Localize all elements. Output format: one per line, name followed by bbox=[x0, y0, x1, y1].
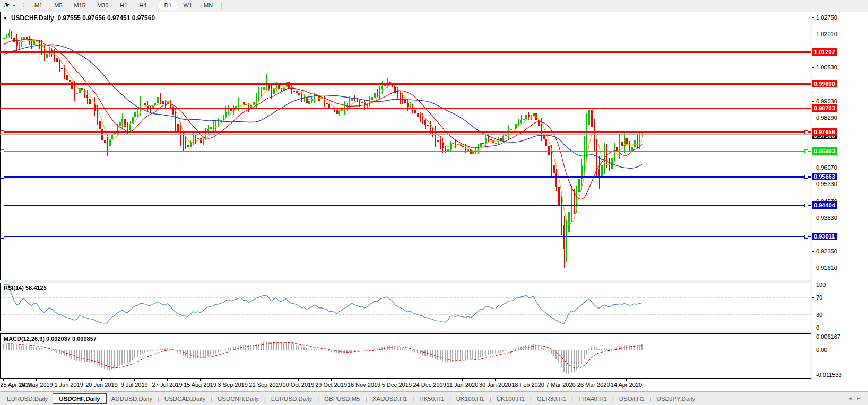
time-axis-tick-mark bbox=[594, 379, 594, 381]
hline-0.96803[interactable] bbox=[0, 151, 811, 152]
tab-eurusd-daily[interactable]: EURUSD,Daily bbox=[266, 394, 317, 403]
time-axis-tick-mark bbox=[167, 379, 168, 381]
timeframe-button-H1[interactable]: H1 bbox=[115, 1, 133, 10]
time-axis-label: 24 Dec 2019 bbox=[413, 382, 446, 388]
current-price-line bbox=[0, 134, 811, 135]
tab-xauusd-h1[interactable]: XAUUSD,H1 bbox=[368, 394, 412, 403]
price-axis-tick: 100 bbox=[816, 281, 826, 288]
symbol-dropdown-caret-icon[interactable]: ▼ bbox=[3, 16, 7, 21]
macd-chart-canvas[interactable] bbox=[1, 334, 811, 378]
tab-usdchf-daily[interactable]: USDCHF,Daily bbox=[53, 393, 106, 404]
time-axis-tick-mark bbox=[3, 379, 4, 381]
tab-fra40-h1[interactable]: FRA40,H1 bbox=[574, 394, 612, 403]
tab-scroll-right-icon[interactable]: ► bbox=[856, 396, 861, 401]
time-axis-tick-mark bbox=[430, 379, 430, 381]
time-axis-label: 15 Aug 2019 bbox=[184, 382, 216, 388]
time-axis-label: 3 Sep 2019 bbox=[218, 382, 248, 388]
hline-0.95663[interactable] bbox=[0, 176, 811, 178]
timeframe-button-M1[interactable]: M1 bbox=[29, 1, 48, 10]
hline-handle-0.95663[interactable] bbox=[1, 175, 4, 179]
price-axis-tick-mark bbox=[812, 285, 814, 285]
price-axis-tick-mark bbox=[812, 34, 814, 34]
tab-ger30-h1[interactable]: GER30,H1 bbox=[532, 394, 571, 403]
toolbar-separator bbox=[155, 2, 155, 9]
tab-usdjpy-daily[interactable]: USDJPY,Daily bbox=[652, 394, 700, 403]
price-axis-tick: 70 bbox=[816, 294, 822, 301]
time-axis-label: 10 Oct 2019 bbox=[282, 382, 314, 388]
timeframe-buttons: M1M5M15M30H1H4D1W1MN bbox=[29, 1, 224, 10]
tab-usdcad-daily[interactable]: USDCAD,Daily bbox=[160, 394, 210, 403]
time-axis-tick-mark bbox=[528, 379, 528, 381]
price-axis-tick: 0.93830 bbox=[816, 215, 837, 222]
hline-handle-0.97658[interactable] bbox=[804, 130, 808, 134]
time-axis-label: 14 May 2019 bbox=[19, 382, 53, 388]
hline-handle-0.95663[interactable] bbox=[804, 175, 808, 179]
rsi-panel: RSI(14) 58.4125 bbox=[0, 283, 811, 331]
price-axis-tick-mark bbox=[812, 350, 814, 350]
time-axis-tick-mark bbox=[69, 379, 70, 381]
time-axis-tick-mark bbox=[364, 379, 364, 381]
time-axis-label: 14 Apr 2020 bbox=[611, 382, 642, 388]
price-axis-tick-mark bbox=[812, 101, 814, 102]
price-axis-tick-mark bbox=[812, 297, 814, 298]
hline-handle-0.93011[interactable] bbox=[1, 235, 4, 239]
hline-0.94404[interactable] bbox=[0, 205, 811, 206]
hline-0.93011[interactable] bbox=[0, 236, 811, 237]
price-axis-tick-mark bbox=[812, 168, 814, 168]
hline-0.99800[interactable] bbox=[0, 83, 811, 85]
time-axis-tick-mark bbox=[495, 379, 496, 381]
tab-eurusd-daily[interactable]: EURUSD,Daily bbox=[2, 394, 53, 403]
tab-hk50-h1[interactable]: HK50,H1 bbox=[414, 394, 449, 403]
time-axis-tick-mark bbox=[626, 379, 627, 381]
hline-handle-0.97658[interactable] bbox=[1, 130, 4, 134]
hline-0.98703[interactable] bbox=[0, 108, 811, 109]
rsi-chart-canvas[interactable] bbox=[1, 283, 811, 331]
time-axis-tick-mark bbox=[397, 379, 397, 381]
hline-handle-0.96803[interactable] bbox=[804, 149, 808, 153]
hline-handle-0.94404[interactable] bbox=[1, 204, 4, 207]
price-line-label-0.95663: 0.95663 bbox=[812, 173, 837, 180]
timeframe-button-M5[interactable]: M5 bbox=[49, 1, 67, 10]
hline-handle-0.96803[interactable] bbox=[1, 149, 4, 153]
chart-tab-bar: EURUSD,DailyUSDCHF,DailyAUDUSD,Daily|USD… bbox=[0, 391, 868, 405]
hline-0.97658[interactable] bbox=[0, 131, 811, 133]
tab-gbpusd-m5[interactable]: GBPUSD,M5 bbox=[319, 394, 365, 403]
price-line-label-1.01207: 1.01207 bbox=[812, 48, 837, 56]
tab-scroll-left-icon[interactable]: ◄ bbox=[848, 396, 852, 401]
timeframe-button-MN[interactable]: MN bbox=[198, 1, 218, 10]
timeframe-button-H4[interactable]: H4 bbox=[134, 1, 152, 10]
tab-usdcnh-daily[interactable]: USDCNH,Daily bbox=[213, 394, 264, 403]
tab-scroll-arrows: ◄ ► bbox=[848, 396, 861, 401]
tab-uk100-h1[interactable]: UK100,H1 bbox=[492, 394, 530, 403]
price-line-label-0.93011: 0.93011 bbox=[812, 233, 837, 240]
price-axis-tick-mark bbox=[812, 184, 814, 184]
price-axis-tick: 0.95330 bbox=[816, 181, 837, 188]
time-axis-tick-mark bbox=[331, 379, 332, 381]
timeframe-button-W1[interactable]: W1 bbox=[178, 1, 198, 10]
price-axis-tick: 0.00 bbox=[816, 347, 827, 354]
time-axis-label: 11 Jan 2020 bbox=[447, 382, 479, 388]
price-axis-tick-mark bbox=[812, 67, 814, 68]
chart-tabs: EURUSD,DailyUSDCHF,DailyAUDUSD,Daily|USD… bbox=[2, 393, 700, 404]
price-line-label-0.97658: 0.97658 bbox=[812, 128, 837, 136]
price-axis-tick: 1.00530 bbox=[816, 64, 837, 71]
timeframe-button-D1[interactable]: D1 bbox=[159, 1, 177, 10]
price-line-label-0.94404: 0.94404 bbox=[812, 201, 837, 209]
hline-handle-0.93011[interactable] bbox=[804, 235, 808, 239]
time-axis-tick-mark bbox=[200, 379, 201, 381]
cursor-tool-button[interactable]: ▼ bbox=[1, 1, 18, 10]
price-axis-tick-mark bbox=[812, 218, 814, 218]
tab-uk100-h1[interactable]: UK100,H1 bbox=[452, 394, 489, 403]
time-axis-label: 5 Dec 2019 bbox=[382, 382, 412, 388]
tab-usoil-h1[interactable]: USOil,H1 bbox=[614, 394, 649, 403]
timeframe-button-M15[interactable]: M15 bbox=[69, 1, 91, 10]
timeframe-button-M30[interactable]: M30 bbox=[92, 1, 114, 10]
hline-1.01207[interactable] bbox=[0, 51, 811, 53]
hline-handle-0.94404[interactable] bbox=[804, 204, 808, 207]
price-axis-tick-mark bbox=[812, 375, 814, 375]
time-axis-label: 7 Mar 2020 bbox=[546, 382, 576, 388]
time-axis-label: 20 Jun 2019 bbox=[85, 382, 118, 388]
macd-indicator-label: MACD(12,26,9) 0.002037 0.000857 bbox=[4, 336, 97, 342]
tab-audusd-daily[interactable]: AUDUSD,Daily bbox=[107, 394, 157, 403]
toolbar-grip[interactable] bbox=[22, 2, 25, 9]
